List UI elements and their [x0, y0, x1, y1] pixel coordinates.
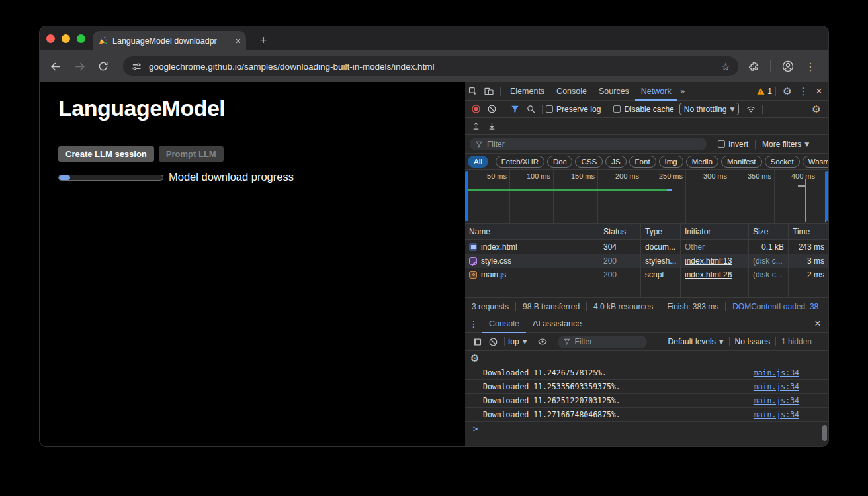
network-filter-pill[interactable] — [470, 138, 707, 150]
url-bar[interactable]: googlechrome.github.io/samples/downloadi… — [123, 56, 738, 76]
execution-context-selector[interactable]: top — [508, 337, 519, 346]
button-row: Create LLM session Prompt LLM — [58, 146, 224, 162]
tab-sources[interactable]: Sources — [593, 82, 635, 101]
browser-menu-icon[interactable]: ⋮ — [805, 60, 816, 73]
network-filter-input[interactable] — [487, 140, 701, 149]
overview-left-handle[interactable] — [465, 171, 468, 221]
chip-all[interactable]: All — [468, 156, 488, 168]
traffic-light-close-icon[interactable] — [46, 34, 55, 43]
extensions-icon[interactable] — [748, 60, 760, 72]
request-size: 0.1 kB — [749, 240, 789, 254]
disable-cache-checkbox[interactable] — [613, 105, 621, 113]
network-overview-timeline[interactable]: 50 ms 100 ms 150 ms 200 ms 250 ms 300 ms… — [465, 170, 828, 224]
chip-fetch-xhr[interactable]: Fetch/XHR — [496, 156, 544, 168]
chip-img[interactable]: Img — [659, 156, 683, 168]
initiator-link[interactable]: index.html:13 — [685, 256, 732, 266]
console-message[interactable]: Downloaded 11.25335693359375%. main.js:3… — [465, 380, 828, 394]
chip-manifest[interactable]: Manifest — [721, 156, 761, 168]
col-status[interactable]: Status — [599, 224, 641, 239]
more-tabs-icon[interactable]: » — [680, 86, 685, 96]
forward-icon[interactable] — [71, 58, 87, 74]
console-message[interactable]: Downloaded 11.27166748046875%. main.js:3… — [465, 408, 828, 422]
table-row[interactable]: main.js 200 script index.html:26 (disk c… — [465, 268, 828, 281]
chip-font[interactable]: Font — [629, 156, 656, 168]
request-type: script — [641, 268, 681, 281]
no-issues-label[interactable]: No Issues — [735, 337, 770, 346]
device-toolbar-icon[interactable] — [481, 85, 497, 98]
live-expression-eye-icon[interactable] — [535, 335, 550, 348]
drawer-menu-icon[interactable]: ⋮ — [465, 317, 482, 330]
table-row[interactable]: index.html 304 docum... Other 0.1 kB 243… — [465, 240, 828, 254]
chip-socket[interactable]: Socket — [765, 156, 800, 168]
inspect-icon[interactable] — [465, 85, 481, 98]
table-empty-area — [465, 281, 828, 297]
traffic-light-minimize-icon[interactable] — [62, 34, 70, 43]
col-time[interactable]: Time — [789, 224, 828, 239]
console-drawer-header: ⋮ Console AI assistance × — [465, 315, 828, 333]
profile-icon[interactable] — [781, 60, 795, 73]
import-har-icon[interactable] — [468, 120, 484, 133]
reload-icon[interactable] — [95, 58, 111, 74]
console-filter-pill[interactable] — [558, 336, 647, 348]
console-message[interactable]: Downloaded 11.24267578125%. main.js:34 — [465, 366, 828, 380]
clear-network-icon[interactable] — [484, 103, 499, 116]
clear-console-icon[interactable] — [485, 335, 501, 348]
console-sidebar-toggle-icon[interactable] — [469, 335, 485, 348]
drawer-tab-ai-assistance[interactable]: AI assistance — [526, 315, 588, 333]
col-name[interactable]: Name — [465, 224, 599, 239]
console-message[interactable]: Downloaded 11.26251220703125%. main.js:3… — [465, 394, 828, 408]
record-icon[interactable] — [468, 103, 484, 116]
bookmark-star-icon[interactable]: ☆ — [721, 60, 730, 73]
invert-checkbox[interactable] — [718, 140, 725, 148]
dcl-event-marker — [805, 179, 806, 222]
chip-wasm[interactable]: Wasm — [803, 156, 828, 168]
table-row[interactable]: style.css 200 stylesh... index.html:13 (… — [465, 254, 828, 268]
initiator-link[interactable]: index.html:26 — [685, 270, 732, 279]
console-settings-gear-icon[interactable]: ⚙ — [470, 352, 479, 364]
search-icon[interactable] — [523, 103, 539, 116]
devtools-close-icon[interactable]: × — [811, 85, 827, 98]
tick-50ms: 50 ms — [470, 172, 507, 180]
console-settings-row: ⚙ — [465, 351, 828, 366]
traffic-light-zoom-icon[interactable] — [77, 34, 85, 43]
devtools-menu-icon[interactable]: ⋮ — [795, 85, 811, 98]
console-filter-input[interactable] — [575, 337, 642, 346]
filter-funnel-icon[interactable] — [507, 103, 523, 116]
tab-close-icon[interactable]: × — [236, 36, 241, 46]
overview-right-handle[interactable] — [825, 171, 828, 221]
tab-title: LanguageModel downloadpro — [112, 36, 217, 46]
console-source-link[interactable]: main.js:34 — [754, 396, 799, 405]
col-initiator[interactable]: Initiator — [681, 224, 749, 239]
console-prompt[interactable]: > — [465, 422, 828, 436]
drawer-close-icon[interactable]: × — [810, 317, 826, 330]
drawer-tab-console[interactable]: Console — [482, 315, 526, 333]
col-type[interactable]: Type — [641, 224, 681, 239]
chip-js[interactable]: JS — [605, 156, 626, 168]
tab-strip: LanguageModel downloadpro × + — [40, 26, 828, 50]
col-size[interactable]: Size — [749, 224, 789, 239]
network-settings-gear-icon[interactable]: ⚙ — [808, 103, 824, 116]
preserve-log-checkbox[interactable] — [546, 105, 553, 113]
tab-console[interactable]: Console — [550, 82, 593, 101]
console-source-link[interactable]: main.js:34 — [754, 410, 799, 419]
warning-badge[interactable]: 1 — [756, 87, 772, 96]
new-tab-button[interactable]: + — [255, 32, 272, 49]
create-llm-session-button[interactable]: Create LLM session — [58, 146, 154, 162]
console-scrollbar-thumb[interactable] — [822, 425, 827, 441]
console-source-link[interactable]: main.js:34 — [754, 368, 799, 377]
throttling-select[interactable]: No throttling ▼ — [679, 103, 740, 115]
console-source-link[interactable]: main.js:34 — [754, 382, 799, 391]
back-icon[interactable] — [48, 58, 64, 74]
site-settings-icon[interactable] — [131, 61, 142, 72]
chip-css[interactable]: CSS — [575, 156, 603, 168]
tab-elements[interactable]: Elements — [504, 82, 550, 101]
default-levels-select[interactable]: Default levels — [668, 337, 716, 346]
network-conditions-icon[interactable] — [743, 103, 759, 116]
browser-tab[interactable]: LanguageModel downloadpro × — [93, 31, 246, 50]
export-har-icon[interactable] — [484, 120, 499, 133]
chip-doc[interactable]: Doc — [547, 156, 572, 168]
tab-network[interactable]: Network — [635, 82, 677, 101]
devtools-settings-gear-icon[interactable]: ⚙ — [779, 85, 795, 98]
more-filters-dropdown[interactable]: More filters — [762, 140, 801, 149]
chip-media[interactable]: Media — [686, 156, 718, 168]
